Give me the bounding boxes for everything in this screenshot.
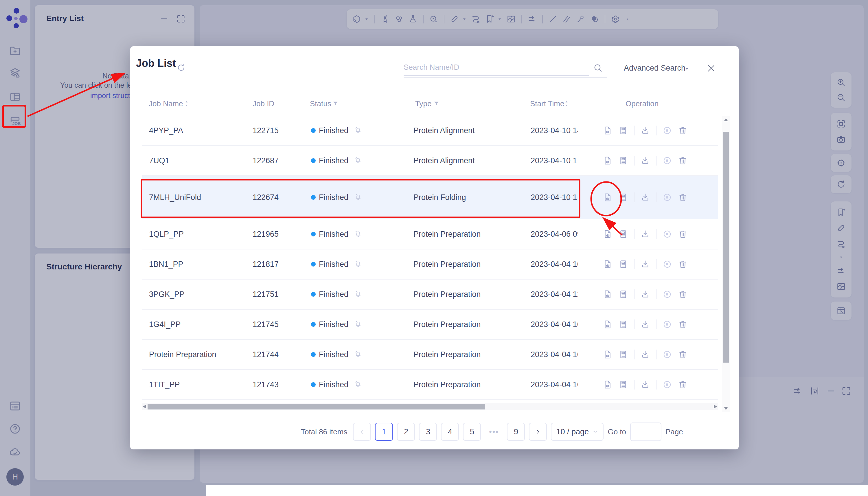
stop-button[interactable]: [662, 192, 672, 202]
view-file-button[interactable]: [603, 289, 613, 299]
delete-button[interactable]: [678, 126, 688, 136]
delete-button[interactable]: [678, 229, 688, 239]
scroll-up-icon[interactable]: [724, 118, 728, 121]
delete-button[interactable]: [678, 289, 688, 299]
page-button-4[interactable]: 4: [441, 423, 459, 441]
advanced-search-button[interactable]: Advanced Search: [624, 64, 685, 73]
download-button[interactable]: [640, 229, 650, 239]
download-button[interactable]: [640, 156, 650, 166]
sort-icon[interactable]: [563, 100, 570, 107]
job-search-input[interactable]: [404, 59, 589, 76]
delete-button[interactable]: [678, 320, 688, 329]
download-button[interactable]: [640, 380, 650, 389]
prev-page-button[interactable]: [353, 423, 371, 441]
view-file-button[interactable]: [603, 192, 613, 202]
view-log-button[interactable]: [618, 126, 628, 136]
view-file-button[interactable]: [603, 380, 613, 389]
page-button-1[interactable]: 1: [375, 423, 393, 441]
col-job-name[interactable]: Job Name: [149, 99, 183, 108]
delete-button[interactable]: [678, 156, 688, 166]
download-button[interactable]: [640, 126, 650, 136]
pagination-ellipsis[interactable]: •••: [485, 423, 503, 441]
table-row[interactable]: Protein Preparation 121744 Finished Prot…: [142, 340, 718, 370]
stop-button[interactable]: [662, 350, 672, 359]
stop-button[interactable]: [662, 259, 672, 269]
view-log-button[interactable]: [618, 229, 628, 239]
filter-icon[interactable]: [433, 100, 440, 107]
view-file-button[interactable]: [603, 350, 613, 359]
delete-button[interactable]: [678, 380, 688, 389]
page-button-9[interactable]: 9: [507, 423, 525, 441]
horizontal-scroll-thumb[interactable]: [147, 404, 485, 409]
view-log-button[interactable]: [618, 192, 628, 202]
view-file-button[interactable]: [603, 126, 613, 136]
subscribe-bell-icon[interactable]: [354, 146, 362, 175]
vertical-scroll-thumb[interactable]: [723, 132, 729, 362]
cell-type: Protein Preparation: [413, 249, 481, 279]
next-page-button[interactable]: [529, 423, 547, 441]
download-button[interactable]: [640, 259, 650, 269]
sort-icon[interactable]: [183, 100, 190, 107]
delete-button[interactable]: [678, 192, 688, 202]
page-button-3[interactable]: 3: [419, 423, 437, 441]
page-button-5[interactable]: 5: [463, 423, 481, 441]
operation-cell: [584, 146, 706, 175]
subscribe-bell-icon[interactable]: [354, 176, 362, 219]
col-type[interactable]: Type: [415, 99, 431, 108]
stop-button[interactable]: [662, 289, 672, 299]
delete-button[interactable]: [678, 350, 688, 359]
scroll-down-icon[interactable]: [724, 407, 728, 410]
stop-button[interactable]: [662, 380, 672, 389]
refresh-list-icon[interactable]: [176, 63, 186, 72]
view-file-button[interactable]: [603, 320, 613, 329]
table-row[interactable]: 1G4I_PP 121745 Finished Protein Preparat…: [142, 310, 718, 340]
subscribe-bell-icon[interactable]: [354, 219, 362, 249]
delete-button[interactable]: [678, 259, 688, 269]
download-button[interactable]: [640, 320, 650, 329]
stop-button[interactable]: [662, 320, 672, 329]
operation-divider: [634, 192, 634, 202]
subscribe-bell-icon[interactable]: [354, 370, 362, 399]
table-row[interactable]: 1BN1_PP 121817 Finished Protein Preparat…: [142, 249, 718, 280]
view-log-button[interactable]: [618, 380, 628, 389]
scroll-left-icon[interactable]: [143, 405, 146, 408]
close-icon[interactable]: [706, 63, 716, 74]
stop-button[interactable]: [662, 126, 672, 136]
view-file-button[interactable]: [603, 229, 613, 239]
subscribe-bell-icon[interactable]: [354, 249, 362, 279]
view-log-button[interactable]: [618, 289, 628, 299]
chevron-down-icon[interactable]: [683, 65, 690, 72]
download-button[interactable]: [640, 350, 650, 359]
view-log-button[interactable]: [618, 350, 628, 359]
view-log-button[interactable]: [618, 259, 628, 269]
page-button-2[interactable]: 2: [397, 423, 415, 441]
table-row[interactable]: 7MLH_UniFold 122674 Finished Protein Fol…: [142, 176, 718, 219]
cell-type: Protein Folding: [413, 176, 466, 219]
scroll-right-icon[interactable]: [714, 405, 717, 408]
view-log-button[interactable]: [618, 156, 628, 166]
subscribe-bell-icon[interactable]: [354, 116, 362, 145]
view-file-button[interactable]: [603, 156, 613, 166]
download-button[interactable]: [640, 192, 650, 202]
view-log-button[interactable]: [618, 320, 628, 329]
stop-button[interactable]: [662, 156, 672, 166]
view-file-button[interactable]: [603, 259, 613, 269]
table-row[interactable]: 1QLP_PP 121965 Finished Protein Preparat…: [142, 219, 718, 249]
table-row[interactable]: 4PYP_PA 122715 Finished Protein Alignmen…: [142, 116, 718, 146]
horizontal-scrollbar[interactable]: [142, 403, 718, 410]
table-row[interactable]: 1TIT_PP 121743 Finished Protein Preparat…: [142, 370, 718, 400]
search-icon[interactable]: [593, 63, 603, 73]
table-row[interactable]: 3PGK_PP 121751 Finished Protein Preparat…: [142, 280, 718, 310]
vertical-scrollbar[interactable]: [722, 116, 730, 413]
filter-icon[interactable]: [332, 100, 339, 107]
goto-page-input[interactable]: [630, 422, 661, 441]
page-size-select[interactable]: 10 / page: [551, 423, 603, 441]
subscribe-bell-icon[interactable]: [354, 310, 362, 339]
stop-button[interactable]: [662, 229, 672, 239]
subscribe-bell-icon[interactable]: [354, 340, 362, 369]
col-status[interactable]: Status: [310, 99, 331, 108]
col-start-time[interactable]: Start Time: [530, 99, 564, 108]
subscribe-bell-icon[interactable]: [354, 280, 362, 309]
table-row[interactable]: 7UQ1 122687 Finished Protein Alignment 2…: [142, 146, 718, 176]
download-button[interactable]: [640, 289, 650, 299]
